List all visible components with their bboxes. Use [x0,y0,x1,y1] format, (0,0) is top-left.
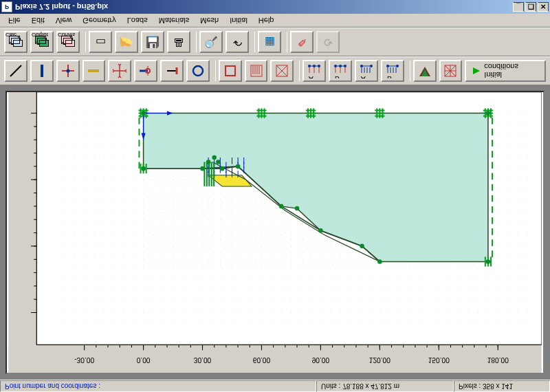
anchor-button[interactable] [160,60,184,82]
curves-button[interactable]: Curves [56,31,80,53]
svg-point-1772 [302,186,303,187]
svg-point-1861 [327,140,327,140]
svg-point-1135 [143,259,144,260]
minimize-button[interactable]: _ [513,2,524,12]
svg-point-2240 [415,265,416,266]
save-button[interactable]: 💾 [141,31,164,53]
svg-point-189 [124,224,124,224]
material-set-button[interactable] [413,60,437,82]
open-file-button[interactable]: 📂 [115,31,138,53]
menu-loads[interactable]: Loads [122,15,153,26]
svg-point-1210 [167,120,168,120]
point-load-button[interactable] [270,60,294,82]
menu-help[interactable]: Help [253,15,280,26]
svg-point-1616 [261,265,262,266]
drain-button[interactable] [245,60,268,82]
svg-point-1667 [279,127,280,127]
new-file-button[interactable]: ▭ [89,31,112,53]
standard-fixity-button[interactable] [108,60,131,82]
undo-button[interactable]: ↶ [226,31,249,53]
drawing-area[interactable]: -30.000.0030.0060.0090.00120.00150.00180… [0,85,550,380]
svg-point-1886 [332,146,333,147]
menu-geometry[interactable]: Geometry [77,15,121,26]
svg-point-1357 [202,140,203,140]
svg-point-2319 [439,153,439,153]
print-button[interactable]: 🖶 [167,31,190,53]
svg-point-100 [84,124,85,124]
svg-point-186 [124,190,124,191]
status-bar: Point number and coordinates : Units : 7… [0,380,550,392]
svg-point-498 [271,323,272,324]
svg-point-2171 [403,127,404,127]
svg-point-473 [261,268,262,269]
menu-initial[interactable]: Initial [224,15,253,26]
svg-point-198 [124,323,124,324]
svg-point-1193 [161,166,162,167]
zoom-button[interactable]: 🔍 [199,31,223,53]
svg-point-1514 [238,226,239,227]
menu-mesh[interactable]: Mesh [195,15,224,26]
svg-point-2089 [380,219,380,220]
pointer-button[interactable]: ✎ [290,31,314,53]
dist-load-b-button[interactable]: B [381,60,404,82]
prescribed-disp-a-button[interactable]: A [302,60,326,82]
prescribed-disp-b-button[interactable]: B [329,60,352,82]
svg-point-394 [222,279,223,280]
svg-point-2519 [486,206,487,207]
svg-point-416 [232,301,232,302]
geometry-line-button[interactable] [4,60,28,82]
svg-point-1763 [302,127,303,127]
svg-point-814 [429,279,430,280]
svg-point-2098 [386,120,386,120]
table-button[interactable]: ▦ [258,31,281,53]
svg-point-2484 [480,133,481,133]
svg-point-124 [94,168,95,169]
svg-point-1623 [267,153,268,153]
menu-view[interactable]: View [50,15,78,26]
svg-point-1195 [161,179,162,180]
output-button[interactable]: Output [30,31,54,53]
initial-conditions-button[interactable]: Initial conditions [465,60,546,82]
svg-point-1211 [167,127,168,127]
svg-point-672 [360,257,360,258]
menu-materials[interactable]: Materials [153,15,195,26]
svg-point-1379 [208,127,209,127]
node-fixity-button[interactable] [56,60,80,82]
svg-point-212 [133,257,134,258]
svg-point-1835 [320,127,321,127]
svg-point-1933 [344,140,344,140]
svg-point-388 [222,213,223,213]
svg-point-386 [222,190,223,191]
dist-load-a-button[interactable]: A [355,60,378,82]
maximize-button[interactable]: ❐ [525,2,536,12]
svg-point-1476 [232,133,232,133]
svg-point-2291 [432,127,433,127]
menu-edit[interactable]: Edit [26,15,50,26]
svg-point-1533 [243,193,244,193]
svg-point-2434 [468,120,469,120]
interface-button[interactable] [82,60,106,82]
svg-point-218 [133,323,134,324]
svg-point-2187 [403,232,404,233]
svg-point-76 [65,301,65,302]
close-button[interactable]: ✕ [538,2,549,12]
well-button[interactable] [219,60,242,82]
svg-point-735 [389,290,390,291]
svg-point-2147 [397,127,398,127]
svg-point-2162 [397,226,398,227]
rotation-fixity-button[interactable] [134,60,157,82]
svg-point-326 [192,190,193,191]
svg-point-2449 [468,219,469,220]
svg-point-2176 [403,160,404,160]
calc-button[interactable]: Calc [4,31,28,53]
svg-point-2349 [445,193,446,193]
generate-mesh-button[interactable] [439,60,463,82]
svg-point-2524 [486,239,487,240]
tunnel-button[interactable] [186,60,210,82]
plate-button[interactable] [30,60,54,82]
svg-point-2206 [409,199,410,200]
status-pixels: Pixels : 358 x 141 [454,380,550,392]
menu-file[interactable]: File [3,15,26,26]
svg-point-1606 [261,199,262,200]
geometry-canvas[interactable]: -30.000.0030.0060.0090.00120.00150.00180… [7,92,543,373]
